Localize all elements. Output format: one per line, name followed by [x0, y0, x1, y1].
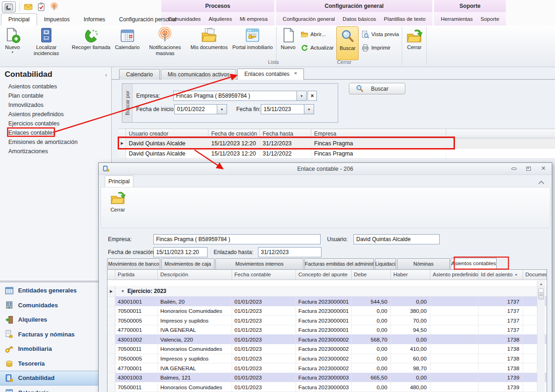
ribbon-context-tab[interactable]: Alquileres [208, 16, 232, 22]
ribbon-context-tab[interactable]: Soporte [480, 16, 499, 22]
dialog-cerrar-button[interactable]: Cerrar [107, 189, 129, 212]
table-row[interactable]: 43001002 Valencia, 220 01/01/2023 Factur… [107, 335, 547, 344]
table-row[interactable]: 70500011 Honorarios Comunidades 01/01/20… [107, 344, 547, 354]
sidebar-item[interactable]: Ejercicios contables [0, 119, 111, 128]
ribbon-context-tab[interactable]: Mi empresa [240, 16, 268, 22]
column-header[interactable]: Usuario creador [126, 129, 208, 138]
column-header[interactable]: Haber [391, 270, 430, 280]
search-panel-side-tab[interactable]: Buscar por [122, 84, 132, 122]
module-item[interactable]: Facturas y nóminas [0, 327, 111, 342]
module-item[interactable]: Comunidades [0, 298, 111, 313]
vertical-scrollbar[interactable]: ▲ [537, 280, 545, 392]
module-item[interactable]: Entidades generales [0, 283, 111, 298]
fecha-inicio-dropdown-button[interactable]: ▼ [217, 104, 227, 114]
column-header[interactable]: Asiento predefinido [430, 270, 479, 280]
column-header-sorted[interactable]: Id del asiento▲ [479, 270, 523, 280]
empresa-clear-button[interactable]: × [308, 91, 317, 101]
enlazado-hasta-value-field[interactable]: 31/12/2023 [258, 247, 322, 257]
group-collapse-icon[interactable]: ▼ [121, 289, 125, 293]
dialog-tab[interactable]: Liquidaciones de arrendadores [375, 258, 396, 269]
cerrar-ribbon-button[interactable]: Cerrar [403, 25, 425, 67]
dialog-ribbon-tab[interactable]: Principal [105, 175, 133, 187]
toolbar-button[interactable]: Localizar incidencias ▼ [23, 25, 69, 67]
close-button[interactable]: ✕ [540, 165, 547, 172]
sidebar-item[interactable]: Inmovilizados [0, 100, 111, 110]
ribbon-tab[interactable]: Informes [76, 14, 112, 25]
mail-icon[interactable] [24, 2, 33, 12]
toolbar-small-button[interactable]: Imprimir [359, 43, 401, 53]
toolbar-button[interactable]: Nuevo ▼ [2, 25, 23, 67]
sidebar-item[interactable]: Asientos predefinidos [0, 110, 111, 119]
column-header[interactable]: Concepto del apunte [296, 270, 352, 280]
empresa-value-field[interactable]: Fincas Pragma ( B58959784 ) [153, 234, 321, 244]
table-row[interactable]: 43001003 Balmes, 121 01/01/2023 Factura … [107, 373, 547, 383]
sidebar-item[interactable]: Asientos contables [0, 82, 111, 91]
dialog-titlebar[interactable]: Enlace contable - 206 ✕ [99, 163, 552, 175]
buscar-ribbon-button[interactable]: Buscar [336, 26, 359, 60]
ribbon-tab[interactable]: Principal [1, 13, 37, 25]
column-header[interactable]: Descripción [158, 270, 232, 280]
toolbar-button[interactable]: Notificaciones masivas ▼ [142, 25, 188, 67]
scrollbar-thumb[interactable] [538, 288, 544, 299]
table-row[interactable]: ▶ David Quintas Alcalde 15/11/2023 12:20… [119, 138, 555, 149]
column-header[interactable]: Fecha de creación [208, 129, 260, 138]
fecha-fin-input[interactable]: 15/11/2023 [261, 104, 304, 114]
table-row[interactable]: 70500005 Impresos y suplidos 01/01/2023 … [107, 354, 547, 364]
module-item[interactable]: Inmobiliaria [0, 342, 111, 356]
module-item[interactable]: Alquileres [0, 312, 111, 327]
toolbar-button[interactable]: Recoger llamada ▼ [69, 25, 113, 67]
ribbon-tab[interactable]: Impuestos [37, 14, 76, 25]
usuario-value-field[interactable]: David Quintas Alcalde [353, 234, 440, 244]
maximize-button[interactable] [525, 165, 532, 172]
column-header[interactable]: Documento [523, 270, 547, 280]
workspace-tab[interactable]: Enlaces contables × [237, 68, 304, 80]
ribbon-context-tab[interactable]: Configuración general [283, 16, 335, 22]
sidebar-item[interactable]: Enlaces contables [0, 128, 111, 137]
module-item[interactable]: Calendario [0, 386, 111, 392]
sidebar-collapse-icon[interactable]: ‹ [103, 71, 109, 79]
column-header[interactable]: Partida [115, 270, 158, 280]
scroll-up-icon[interactable]: ▲ [537, 280, 545, 287]
fecha-inicio-input[interactable]: 01/01/2022 [174, 104, 217, 114]
column-header[interactable]: Empresa [311, 129, 446, 138]
ribbon-collapse-icon[interactable] [539, 180, 544, 185]
sidebar-item[interactable]: Emisiones de amortización [0, 137, 111, 147]
sidebar-splitter[interactable] [0, 280, 111, 282]
dialog-tab[interactable]: Asientos contables [451, 258, 497, 269]
column-header[interactable]: Fecha hasta [260, 129, 311, 138]
ribbon-tab[interactable]: Configuración personal [112, 14, 183, 25]
table-row[interactable]: 47700001 IVA GENERAL 01/01/2023 Factura … [107, 363, 547, 373]
dialog-tab[interactable]: Facturas emitidas del administrador [304, 258, 374, 269]
module-item[interactable]: Contabilidad [0, 371, 111, 386]
workspace-tab[interactable]: Mis comunicados activos [161, 69, 236, 80]
column-header[interactable]: Debe [352, 270, 391, 280]
broadcast-icon[interactable] [50, 2, 59, 12]
ribbon-context-tab[interactable]: Herramientas [441, 16, 473, 22]
quick-phone-button[interactable] [2, 1, 16, 12]
toolbar-small-button[interactable]: Abrir... [299, 29, 336, 39]
dialog-tab[interactable]: Movimientos de caja [161, 258, 214, 269]
table-row[interactable]: 70500011 Honorarios Comunidades 01/01/20… [107, 306, 547, 316]
minimize-button[interactable] [510, 165, 517, 172]
ribbon-context-tab[interactable]: Datos básicos [343, 16, 376, 22]
toolbar-small-button[interactable]: Vista previa [359, 29, 401, 39]
dialog-tab[interactable]: Nóminas [397, 258, 450, 269]
table-row[interactable]: 43001001 Bailén, 20 01/01/2023 Factura 2… [107, 297, 547, 306]
fecha-creacion-value-field[interactable]: 15/11/2023 12:20 [153, 247, 208, 257]
buscar-button[interactable]: Buscar [349, 83, 405, 94]
toolbar-button[interactable]: Mis documentos ▼ [188, 25, 230, 67]
empresa-input[interactable]: Fincas Pragma ( B58959784 ) [173, 91, 297, 101]
toolbar-button[interactable]: Calendario ▼ [113, 25, 142, 67]
dialog-tab[interactable]: Movimientos internos [215, 258, 303, 269]
tab-close-icon[interactable]: × [294, 70, 297, 76]
sidebar-item[interactable]: Plan contable [0, 91, 111, 100]
group-row[interactable]: ▶ ▼ Ejercicio: 2023 [107, 286, 547, 297]
table-row[interactable]: ▶ David Quintas Alcalde 15/11/2023 12:20… [119, 149, 555, 159]
tasks-icon[interactable] [37, 2, 46, 12]
module-item[interactable]: Tesorería [0, 356, 111, 371]
fecha-fin-dropdown-button[interactable]: ▼ [304, 104, 314, 114]
table-row[interactable]: 70500011 Honorarios Comunidades 01/01/20… [107, 382, 547, 392]
table-row[interactable]: 70500005 Impresos y suplidos 01/01/2023 … [107, 316, 547, 325]
table-row[interactable]: 47700001 IVA GENERAL 01/01/2023 Factura … [107, 325, 547, 335]
workspace-tab[interactable]: Calendario [119, 69, 160, 80]
